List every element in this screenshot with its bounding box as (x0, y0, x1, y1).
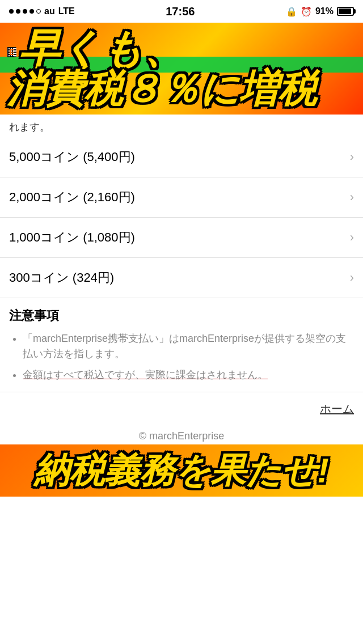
battery-percent: 91% (315, 6, 334, 16)
dot5 (36, 9, 41, 14)
banner-title-line1: E早くも、 (7, 28, 356, 69)
lock-icon: 🔒 (286, 6, 297, 17)
list-item-300[interactable]: 300コイン (324円) › (0, 257, 363, 298)
bottom-banner-text: 納税義務を果たせ! (7, 451, 356, 490)
banner-title-line2: 消費税８％に増税 (7, 69, 356, 108)
list-item-2000[interactable]: 2,000コイン (2,160円) › (0, 177, 363, 218)
carrier-label: au (44, 6, 55, 16)
notes-title: 注意事項 (9, 307, 354, 324)
notes-section: 注意事項 「marchEnterprise携帯支払い」はmarchEnterpr… (0, 298, 363, 383)
notes-list: 「marchEnterprise携帯支払い」はmarchEnterpriseが提… (9, 331, 354, 383)
carrier-info: au LTE (9, 6, 75, 16)
home-link[interactable]: ホーム (320, 402, 354, 415)
battery-fill (339, 9, 351, 14)
chevron-right-icon-1000: › (350, 230, 354, 245)
list-item-1000-label: 1,000コイン (1,080円) (9, 229, 135, 246)
dot3 (23, 9, 27, 14)
chevron-right-icon-300: › (350, 270, 354, 285)
dot4 (29, 9, 34, 14)
banner-subtitle: れます。 (0, 115, 363, 137)
e-badge: E (7, 47, 16, 57)
banner-background: E早くも、 消費税８％に増税 (0, 23, 363, 115)
bottom-banner: 納税義務を果たせ! (0, 444, 363, 497)
note-item-1: 「marchEnterprise携帯支払い」はmarchEnterpriseが提… (23, 331, 354, 362)
time-display: 17:56 (166, 5, 195, 18)
list-item-300-label: 300コイン (324円) (9, 269, 114, 286)
footer: ホーム (0, 392, 363, 426)
battery-icon (337, 7, 354, 16)
list-item-1000[interactable]: 1,000コイン (1,080円) › (0, 217, 363, 258)
banner-area: E早くも、 消費税８％に増税 れます。 (0, 23, 363, 137)
chevron-right-icon-5000: › (350, 150, 354, 164)
dot1 (9, 9, 14, 14)
alarm-icon: ⏰ (301, 6, 312, 17)
list-item-5000-label: 5,000コイン (5,400円) (9, 149, 135, 166)
status-bar: au LTE 17:56 🔒 ⏰ 91% (0, 0, 363, 23)
dot2 (16, 9, 20, 14)
note-item-2: 金額はすべて税込ですが、実際に課金はされません。 (23, 367, 354, 383)
list-item-5000[interactable]: 5,000コイン (5,400円) › (0, 137, 363, 177)
network-label: LTE (58, 6, 75, 16)
copyright: © marchEnterprise (0, 426, 363, 444)
chevron-right-icon-2000: › (350, 190, 354, 205)
coin-list: 5,000コイン (5,400円) › 2,000コイン (2,160円) › … (0, 137, 363, 298)
signal-dots (9, 9, 41, 14)
battery-info: 🔒 ⏰ 91% (286, 6, 354, 17)
list-item-2000-label: 2,000コイン (2,160円) (9, 189, 135, 206)
